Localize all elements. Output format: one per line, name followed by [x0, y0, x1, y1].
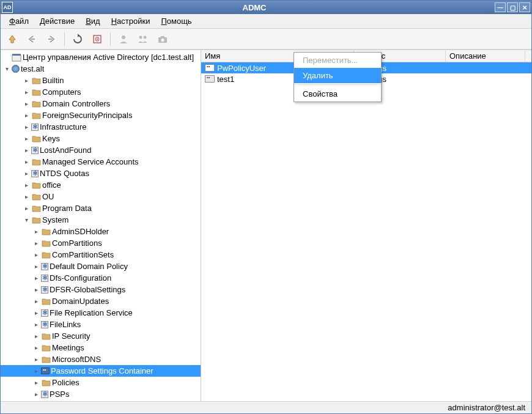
tree-label: Computers — [42, 87, 81, 97]
status-user: administrator@test.alt — [448, 403, 525, 412]
tree-item-ip-security[interactable]: ▸IP Security — [1, 330, 201, 342]
expand-caret[interactable]: ▸ — [32, 263, 40, 270]
snapshot-button[interactable] — [155, 31, 171, 47]
list-pane: Имя▼КлассОписание PwPolicyUserSettingste… — [201, 50, 531, 401]
tree-item-meetings[interactable]: ▸Meetings — [1, 342, 201, 353]
target-button[interactable] — [89, 31, 105, 47]
tree-item-ntds-quotas[interactable]: ▸NTDS Quotas — [1, 168, 201, 179]
group-button[interactable] — [135, 31, 151, 47]
forward-button[interactable] — [43, 31, 59, 47]
tree-item-adminsdholder[interactable]: ▸AdminSDHolder — [1, 226, 201, 237]
tree-domain[interactable]: ▾test.alt — [1, 63, 201, 75]
expand-caret[interactable]: ▸ — [32, 391, 40, 397]
menu-Действие[interactable]: Действие — [35, 15, 79, 27]
folder-icon — [41, 251, 51, 259]
menubar: ФайлДействиеВидНастройкиПомощь — [1, 14, 531, 29]
context-item-Удалить[interactable]: Удалить — [294, 68, 381, 83]
tree-label: Default Domain Policy — [50, 262, 128, 271]
tree-item-computers[interactable]: ▸Computers — [1, 86, 201, 98]
expand-caret[interactable]: ▸ — [32, 356, 40, 363]
tree-label: Meetings — [52, 343, 84, 352]
tree-item-managed-service-accounts[interactable]: ▸Managed Service Accounts — [1, 156, 201, 168]
expand-caret[interactable]: ▸ — [32, 321, 40, 328]
tree-item-compartitions[interactable]: ▸ComPartitions — [1, 237, 201, 249]
menu-Настройки[interactable]: Настройки — [106, 15, 155, 27]
cog-icon — [41, 391, 48, 398]
tree-item-system[interactable]: ▾System — [1, 214, 201, 226]
tree-item-infrastructure[interactable]: ▸Infrastructure — [1, 121, 201, 133]
tree-item-filelinks[interactable]: ▸FileLinks — [1, 319, 201, 330]
expand-caret[interactable]: ▸ — [23, 100, 30, 107]
folder-icon — [31, 158, 41, 166]
minimize-button[interactable]: — — [495, 2, 506, 12]
tree-item-microsoftdns[interactable]: ▸MicrosoftDNS — [1, 353, 201, 365]
expand-caret[interactable]: ▾ — [3, 65, 10, 72]
expand-caret[interactable]: ▸ — [32, 368, 40, 374]
expand-caret[interactable]: ▸ — [32, 379, 40, 386]
expand-caret[interactable]: ▸ — [32, 286, 40, 293]
svg-point-4 — [139, 35, 142, 39]
expand-caret[interactable]: ▸ — [23, 170, 30, 177]
expand-caret[interactable]: ▸ — [32, 333, 40, 339]
expand-caret[interactable]: ▸ — [23, 77, 30, 84]
column-Описание[interactable]: Описание — [446, 50, 525, 62]
expand-caret[interactable]: ▸ — [23, 205, 30, 212]
tree-item-default-domain-policy[interactable]: ▸Default Domain Policy — [1, 261, 201, 272]
tree-item-domainupdates[interactable]: ▸DomainUpdates — [1, 295, 201, 307]
tree-item-keys[interactable]: ▸Keys — [1, 133, 201, 144]
column-label: Имя — [205, 51, 220, 61]
tree-root[interactable]: Центр управления Active Directory [dc1.t… — [1, 51, 201, 63]
folder-icon — [41, 344, 51, 352]
back-button[interactable] — [24, 31, 40, 47]
expand-caret[interactable]: ▸ — [23, 158, 30, 165]
expand-caret[interactable]: ▸ — [23, 124, 30, 130]
expand-caret[interactable]: ▸ — [32, 275, 40, 281]
expand-caret[interactable]: ▸ — [23, 112, 30, 119]
tree-label: Program Data — [42, 204, 92, 213]
expand-caret[interactable]: ▸ — [32, 240, 40, 246]
context-separator — [294, 84, 381, 85]
refresh-button[interactable] — [70, 31, 86, 47]
user-button[interactable] — [116, 31, 131, 47]
maximize-button[interactable]: ▢ — [507, 2, 518, 12]
menu-Помощь[interactable]: Помощь — [156, 15, 196, 27]
tree-item-password-settings-container[interactable]: ▸Password Settings Container — [1, 365, 201, 377]
menu-Вид[interactable]: Вид — [81, 15, 105, 27]
tree-pane[interactable]: Центр управления Active Directory [dc1.t… — [1, 50, 201, 401]
tree-item-domain-controllers[interactable]: ▸Domain Controllers — [1, 98, 201, 109]
tree-item-builtin[interactable]: ▸Builtin — [1, 75, 201, 86]
close-button[interactable]: ✕ — [519, 2, 530, 12]
tree-item-policies[interactable]: ▸Policies — [1, 377, 201, 388]
context-item-Переместить...: Переместить... — [294, 53, 381, 68]
up-button[interactable] — [4, 31, 20, 47]
tree-item-lostandfound[interactable]: ▸LostAndFound — [1, 144, 201, 156]
context-item-Свойства[interactable]: Свойства — [294, 86, 381, 102]
tree-item-dfsr-globalsettings[interactable]: ▸DFSR-GlobalSettings — [1, 284, 201, 295]
toolbar — [1, 29, 531, 50]
tree-item-file-replication-service[interactable]: ▸File Replication Service — [1, 307, 201, 319]
expand-caret[interactable]: ▸ — [23, 147, 30, 153]
tree-item-ou[interactable]: ▸OU — [1, 191, 201, 202]
cog-icon — [31, 147, 39, 154]
expand-caret[interactable]: ▸ — [32, 344, 40, 351]
tree-label: Центр управления Active Directory [dc1.t… — [23, 53, 194, 62]
tree-label: MicrosoftDNS — [52, 355, 101, 364]
menu-Файл[interactable]: Файл — [4, 15, 34, 27]
expand-caret[interactable]: ▸ — [32, 298, 40, 305]
expand-caret[interactable]: ▸ — [32, 228, 40, 235]
expand-caret[interactable]: ▸ — [32, 251, 40, 258]
svg-point-5 — [144, 35, 147, 39]
tree-item-office[interactable]: ▸office — [1, 179, 201, 191]
tree-item-compartitionsets[interactable]: ▸ComPartitionSets — [1, 249, 201, 261]
expand-caret[interactable]: ▸ — [23, 193, 30, 200]
expand-caret[interactable]: ▸ — [23, 89, 30, 95]
expand-caret[interactable]: ▸ — [23, 135, 30, 142]
expand-caret[interactable]: ▸ — [32, 309, 40, 316]
tree-item-program-data[interactable]: ▸Program Data — [1, 202, 201, 214]
tree-item-foreignsecurityprincipals[interactable]: ▸ForeignSecurityPrincipals — [1, 109, 201, 121]
cog-icon — [41, 275, 48, 282]
expand-caret[interactable]: ▸ — [23, 182, 30, 188]
tree-item-dfs-configuration[interactable]: ▸Dfs-Configuration — [1, 272, 201, 284]
tree-item-psps[interactable]: ▸PSPs — [1, 388, 201, 400]
expand-caret[interactable]: ▾ — [23, 216, 30, 223]
